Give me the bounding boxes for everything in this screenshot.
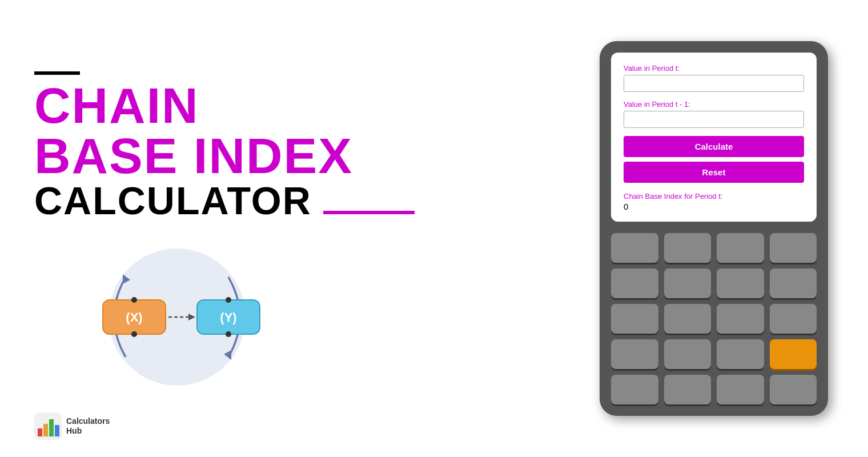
title-accent-line [34, 71, 80, 75]
key-20[interactable] [770, 375, 817, 404]
logo: Calculators Hub [34, 412, 110, 440]
key-2[interactable] [664, 233, 712, 263]
calculator-body: Value in Period t: Value in Period t - 1… [600, 41, 828, 416]
period-t-input[interactable] [624, 75, 804, 92]
calculate-button[interactable]: Calculate [624, 136, 804, 157]
svg-text:(Y): (Y) [220, 310, 236, 324]
diagram-container: (X) (Y) [34, 243, 320, 391]
title-base-index: BASE INDEX [34, 131, 594, 181]
title-block: CHAIN BASE INDEX CALCULATOR [34, 71, 594, 220]
logo-name-line1: Calculators [66, 416, 110, 426]
svg-rect-16 [49, 419, 54, 436]
key-15[interactable] [717, 339, 764, 369]
result-label: Chain Base Index for Period t: [624, 192, 804, 201]
key-6[interactable] [664, 268, 712, 298]
key-9[interactable] [611, 304, 658, 334]
key-11[interactable] [717, 304, 764, 334]
title-chain: CHAIN [34, 81, 594, 131]
key-12[interactable] [770, 304, 817, 334]
period-t-minus1-label: Value in Period t - 1: [624, 100, 804, 109]
svg-rect-17 [55, 425, 59, 436]
key-10[interactable] [664, 304, 712, 334]
calculator-screen: Value in Period t: Value in Period t - 1… [611, 53, 817, 222]
key-7[interactable] [717, 268, 764, 298]
key-5[interactable] [611, 268, 658, 298]
svg-rect-15 [43, 424, 48, 436]
key-17[interactable] [611, 375, 658, 404]
logo-name-line2: Hub [66, 426, 110, 436]
logo-text: Calculators Hub [66, 416, 110, 436]
svg-point-9 [131, 297, 137, 303]
xy-diagram: (X) (Y) [57, 243, 297, 391]
key-19[interactable] [717, 375, 764, 404]
right-section: Value in Period t: Value in Period t - 1… [594, 41, 834, 416]
key-13[interactable] [611, 339, 658, 369]
title-underscore [323, 211, 415, 214]
period-t-label: Value in Period t: [624, 64, 804, 73]
reset-button[interactable]: Reset [624, 162, 804, 183]
svg-rect-14 [38, 428, 42, 436]
key-3[interactable] [717, 233, 764, 263]
key-16-orange[interactable] [770, 339, 817, 369]
result-value: 0 [624, 202, 804, 211]
key-1[interactable] [611, 233, 658, 263]
left-section: CHAIN BASE INDEX CALCULATOR (X) [34, 66, 594, 391]
logo-icon [34, 412, 62, 440]
key-8[interactable] [770, 268, 817, 298]
key-14[interactable] [664, 339, 712, 369]
period-t-minus1-input[interactable] [624, 111, 804, 128]
key-18[interactable] [664, 375, 712, 404]
title-calculator: CALCULATOR [34, 181, 312, 220]
svg-point-11 [131, 331, 137, 337]
svg-point-10 [226, 297, 231, 303]
key-4[interactable] [770, 233, 817, 263]
svg-point-12 [226, 331, 231, 337]
keypad [611, 233, 817, 404]
svg-text:(X): (X) [126, 310, 142, 324]
